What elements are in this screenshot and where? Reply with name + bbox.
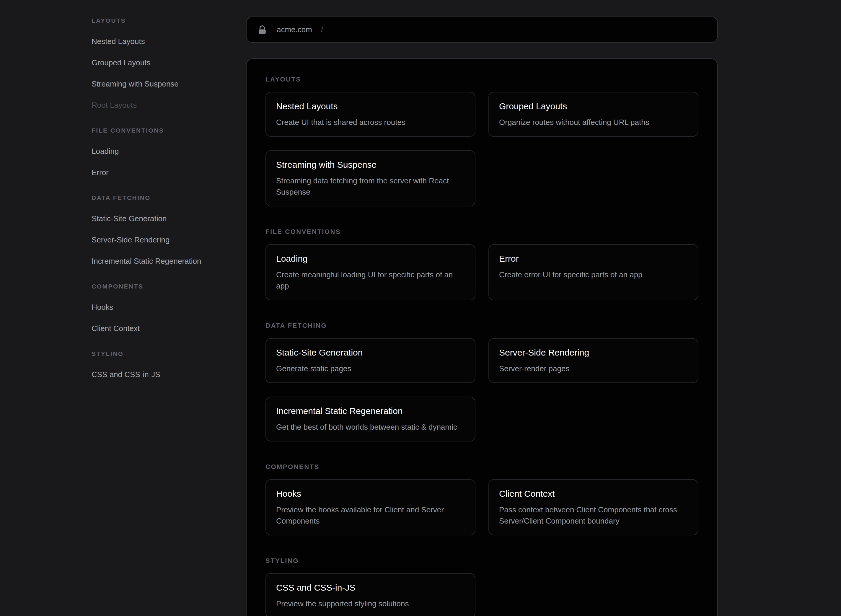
- card-title: Streaming with Suspense: [276, 159, 465, 170]
- sidebar-item-error[interactable]: Error: [92, 167, 239, 178]
- card-description: Pass context between Client Components t…: [499, 504, 688, 527]
- app-root: LAYOUTS Nested Layouts Grouped Layouts S…: [0, 0, 841, 616]
- card-server-side-rendering[interactable]: Server-Side Rendering Server-render page…: [488, 338, 698, 383]
- card-title: Incremental Static Regeneration: [276, 405, 465, 417]
- card-grouped-layouts[interactable]: Grouped Layouts Organize routes without …: [488, 92, 698, 137]
- demo-panel: LAYOUTS Nested Layouts Create UI that is…: [246, 58, 718, 616]
- address-domain: acme.com: [277, 25, 312, 34]
- card-title: Nested Layouts: [276, 101, 465, 112]
- card-grid: Loading Create meaningful loading UI for…: [265, 244, 698, 300]
- card-description: Server-render pages: [499, 363, 688, 374]
- card-title: CSS and CSS-in-JS: [276, 582, 465, 593]
- section-heading: COMPONENTS: [265, 463, 698, 471]
- lock-icon: [258, 25, 266, 34]
- section-data-fetching: DATA FETCHING Static-Site Generation Gen…: [265, 321, 698, 441]
- card-grid: CSS and CSS-in-JS Preview the supported …: [265, 573, 698, 616]
- card-title: Static-Site Generation: [276, 347, 465, 358]
- sidebar-item-streaming-with-suspense[interactable]: Streaming with Suspense: [92, 78, 239, 90]
- card-description: Organize routes without affecting URL pa…: [499, 117, 688, 128]
- card-description: Create meaningful loading UI for specifi…: [276, 269, 465, 292]
- card-description: Preview the supported styling solutions: [276, 598, 465, 609]
- sidebar-section-styling: STYLING CSS and CSS-in-JS: [92, 350, 239, 380]
- sidebar-section-layouts: LAYOUTS Nested Layouts Grouped Layouts S…: [92, 16, 239, 111]
- sidebar-item-static-site-generation[interactable]: Static-Site Generation: [92, 213, 239, 224]
- card-incremental-static-regeneration[interactable]: Incremental Static Regeneration Get the …: [265, 397, 475, 441]
- card-title: Loading: [276, 253, 465, 264]
- sidebar-section-heading: DATA FETCHING: [92, 194, 239, 202]
- sidebar-item-grouped-layouts[interactable]: Grouped Layouts: [92, 57, 239, 69]
- card-description: Streaming data fetching from the server …: [276, 175, 465, 198]
- sidebar-section-heading: FILE CONVENTIONS: [92, 126, 239, 135]
- sidebar-section-heading: COMPONENTS: [92, 282, 239, 290]
- card-description: Preview the hooks available for Client a…: [276, 504, 465, 527]
- sidebar-section-heading: STYLING: [92, 350, 239, 358]
- sidebar: LAYOUTS Nested Layouts Grouped Layouts S…: [92, 16, 239, 380]
- card-client-context[interactable]: Client Context Pass context between Clie…: [488, 479, 698, 535]
- sidebar-item-css-and-css-in-js[interactable]: CSS and CSS-in-JS: [92, 368, 239, 380]
- card-description: Generate static pages: [276, 363, 465, 374]
- section-layouts: LAYOUTS Nested Layouts Create UI that is…: [265, 75, 698, 207]
- card-nested-layouts[interactable]: Nested Layouts Create UI that is shared …: [265, 92, 475, 137]
- card-title: Grouped Layouts: [499, 101, 688, 112]
- sidebar-section-components: COMPONENTS Hooks Client Context: [92, 282, 239, 334]
- card-title: Server-Side Rendering: [499, 347, 688, 358]
- sidebar-item-root-layouts: Root Layouts: [92, 99, 239, 111]
- card-description: Create error UI for specific parts of an…: [499, 269, 688, 280]
- card-static-site-generation[interactable]: Static-Site Generation Generate static p…: [265, 338, 475, 383]
- card-title: Error: [499, 253, 688, 264]
- section-heading: FILE CONVENTIONS: [265, 228, 698, 236]
- card-grid: Hooks Preview the hooks available for Cl…: [265, 479, 698, 535]
- browser-address-bar: acme.com /: [246, 16, 718, 43]
- sidebar-item-loading[interactable]: Loading: [92, 145, 239, 157]
- section-heading: LAYOUTS: [265, 75, 698, 84]
- card-hooks[interactable]: Hooks Preview the hooks available for Cl…: [265, 479, 475, 535]
- section-file-conventions: FILE CONVENTIONS Loading Create meaningf…: [265, 228, 698, 300]
- section-heading: DATA FETCHING: [265, 321, 698, 330]
- card-title: Hooks: [276, 488, 465, 499]
- address-path-separator: /: [321, 25, 323, 34]
- card-description: Create UI that is shared across routes: [276, 117, 465, 128]
- sidebar-item-hooks[interactable]: Hooks: [92, 301, 239, 313]
- sidebar-item-incremental-static-regeneration[interactable]: Incremental Static Regeneration: [92, 255, 239, 267]
- sidebar-section-heading: LAYOUTS: [92, 16, 239, 25]
- card-grid: Nested Layouts Create UI that is shared …: [265, 92, 698, 207]
- sidebar-item-client-context[interactable]: Client Context: [92, 323, 239, 334]
- card-description: Get the best of both worlds between stat…: [276, 421, 465, 433]
- sidebar-section-file-conventions: FILE CONVENTIONS Loading Error: [92, 126, 239, 178]
- card-css-and-css-in-js[interactable]: CSS and CSS-in-JS Preview the supported …: [265, 573, 475, 616]
- card-streaming-with-suspense[interactable]: Streaming with Suspense Streaming data f…: [265, 150, 475, 207]
- card-grid: Static-Site Generation Generate static p…: [265, 338, 698, 441]
- sidebar-item-nested-layouts[interactable]: Nested Layouts: [92, 35, 239, 47]
- sidebar-section-data-fetching: DATA FETCHING Static-Site Generation Ser…: [92, 194, 239, 267]
- card-error[interactable]: Error Create error UI for specific parts…: [488, 244, 698, 300]
- section-styling: STYLING CSS and CSS-in-JS Preview the su…: [265, 557, 698, 616]
- card-title: Client Context: [499, 488, 688, 499]
- card-loading[interactable]: Loading Create meaningful loading UI for…: [265, 244, 475, 300]
- section-heading: STYLING: [265, 557, 698, 565]
- sidebar-item-server-side-rendering[interactable]: Server-Side Rendering: [92, 234, 239, 246]
- section-components: COMPONENTS Hooks Preview the hooks avail…: [265, 463, 698, 535]
